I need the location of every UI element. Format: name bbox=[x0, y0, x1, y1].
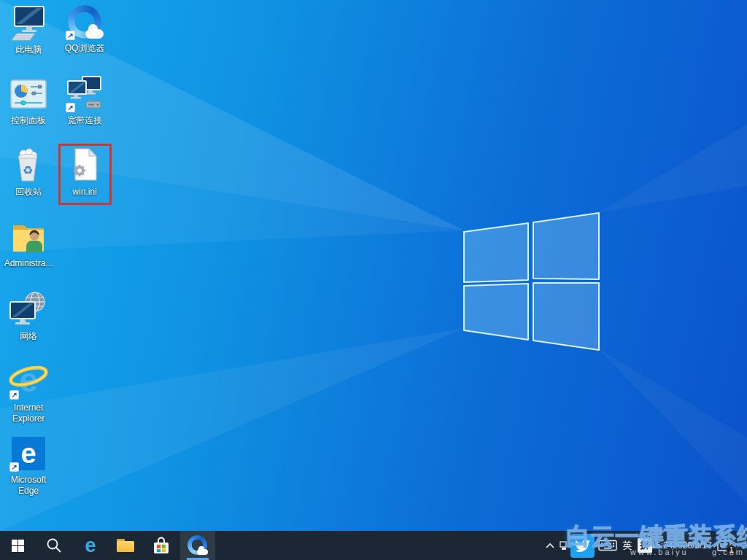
ime-language-indicator[interactable]: 英 bbox=[621, 531, 634, 560]
network-icon bbox=[9, 291, 48, 329]
edge-icon: e bbox=[85, 536, 96, 556]
show-hidden-icons-button[interactable] bbox=[544, 531, 556, 560]
windows-logo-wallpaper bbox=[460, 208, 605, 354]
microsoft-store-button[interactable] bbox=[145, 531, 177, 560]
desktop-icon-qq-browser[interactable]: ↗ QQ浏览器 bbox=[57, 3, 112, 54]
desktop-icon-internet-explorer[interactable]: e ↗ Internet Explorer bbox=[1, 362, 56, 424]
internet-explorer-icon: e ↗ bbox=[9, 362, 48, 400]
taskbar: e bbox=[0, 531, 747, 560]
desktop-icon-admin-folder[interactable]: Administra... bbox=[1, 218, 56, 269]
desktop-icon-label: 宽带连接 bbox=[67, 115, 102, 126]
microsoft-store-icon bbox=[152, 536, 171, 555]
system-tray: 英 拼 15:24 2020/8/17 1 bbox=[544, 531, 747, 560]
shortcut-arrow-icon: ↗ bbox=[9, 390, 19, 400]
windows-start-icon bbox=[12, 540, 24, 552]
desktop-icon-network[interactable]: 网络 bbox=[1, 291, 56, 342]
desktop-icon-this-pc[interactable]: 此电脑 bbox=[1, 4, 56, 55]
desktop-icon-label: 控制面板 bbox=[11, 115, 46, 126]
desktop-screen: 此电脑 控制面板 ♻ bbox=[0, 0, 747, 560]
action-center-button[interactable]: 1 bbox=[711, 531, 737, 560]
desktop-icon-control-panel[interactable]: 控制面板 bbox=[1, 75, 56, 126]
twitter-bird-icon bbox=[575, 538, 590, 553]
desktop-icon-microsoft-edge[interactable]: e ↗ Microsoft Edge bbox=[1, 435, 56, 497]
desktop-icon-recycle-bin[interactable]: ♻ 回收站 bbox=[1, 147, 56, 198]
desktop-icon-broadband[interactable]: ↗ 宽带连接 bbox=[57, 75, 112, 126]
tray-date: 2020/8/17 bbox=[673, 540, 711, 551]
control-panel-icon bbox=[9, 75, 48, 113]
search-icon bbox=[46, 537, 62, 553]
desktop-icon-label: Administra... bbox=[4, 258, 53, 269]
desktop-icon-label: 网络 bbox=[20, 331, 37, 342]
qq-cloud bbox=[85, 29, 104, 39]
start-button[interactable] bbox=[1, 531, 34, 560]
desktop-icon-label: QQ浏览器 bbox=[65, 43, 105, 54]
file-explorer-icon bbox=[117, 539, 134, 552]
broadband-connection-icon: ↗ bbox=[65, 75, 104, 113]
touch-keyboard-button[interactable] bbox=[598, 531, 617, 560]
keyboard-icon bbox=[598, 539, 617, 552]
user-folder-icon bbox=[9, 218, 48, 256]
twitter-tray-icon[interactable] bbox=[570, 531, 595, 560]
ini-file-icon bbox=[65, 147, 104, 184]
desktop-icon-label: Microsoft Edge bbox=[1, 475, 56, 497]
desktop-icon-label: win.ini bbox=[72, 187, 96, 198]
taskbar-edge-button[interactable]: e bbox=[74, 531, 107, 560]
desktop-icon-label: 此电脑 bbox=[15, 44, 42, 55]
taskbar-clock[interactable]: 15:24 2020/8/17 bbox=[656, 531, 707, 560]
this-pc-icon bbox=[9, 4, 48, 42]
chevron-up-icon bbox=[546, 542, 554, 548]
recycle-bin-icon: ♻ bbox=[9, 147, 48, 184]
recycle-symbol: ♻ bbox=[23, 163, 33, 177]
shortcut-arrow-icon: ↗ bbox=[66, 103, 75, 112]
tray-hidden-app-icon[interactable] bbox=[560, 531, 567, 560]
shortcut-arrow-icon: ↗ bbox=[66, 31, 75, 40]
search-button[interactable] bbox=[38, 531, 70, 560]
desktop-icon-label: Internet Explorer bbox=[1, 402, 56, 424]
qq-browser-icon: ↗ bbox=[65, 3, 104, 41]
desktop-icon-win-ini[interactable]: win.ini bbox=[57, 147, 112, 198]
microsoft-edge-icon: e ↗ bbox=[9, 435, 48, 472]
ime-pinyin-indicator[interactable]: 拼 bbox=[638, 531, 652, 560]
tray-time: 15:24 bbox=[651, 540, 673, 551]
shortcut-arrow-icon: ↗ bbox=[9, 462, 19, 472]
taskbar-qq-browser-button[interactable] bbox=[180, 531, 215, 560]
qq-browser-icon bbox=[187, 535, 208, 556]
desktop-icon-label: 回收站 bbox=[15, 187, 42, 198]
notification-badge: 1 bbox=[726, 545, 737, 556]
file-explorer-button[interactable] bbox=[109, 531, 142, 560]
